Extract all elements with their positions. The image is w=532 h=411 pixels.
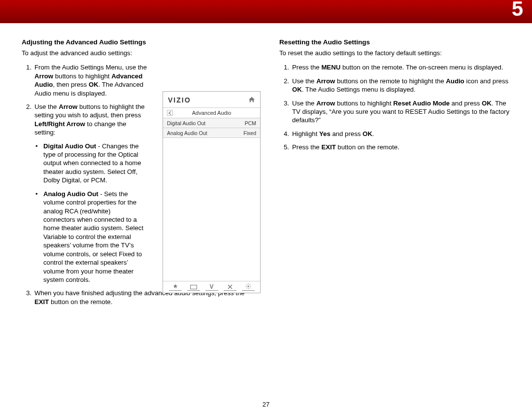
vizio-logo: VIZIO (168, 96, 191, 104)
list-item: Highlight Yes and press OK. (292, 130, 374, 137)
svg-line-7 (249, 288, 250, 289)
gear-icon (245, 282, 251, 291)
left-intro: To adjust the advanced audio settings: (22, 49, 255, 57)
right-column: Resetting the Audio Settings To reset th… (279, 38, 512, 311)
list-item: Digital Audio Out - Changes the type of … (43, 142, 141, 184)
svg-point-1 (247, 286, 249, 287)
star-icon (172, 282, 178, 291)
menu-title: Advanced Audio (167, 110, 256, 116)
right-step-list: 1.Press the MENU button on the remote. T… (279, 63, 512, 151)
menu-row: Analog Audio Out Fixed (163, 128, 260, 138)
page-number: 27 (0, 401, 532, 408)
list-item: Press the EXIT button on the remote. (292, 143, 399, 151)
menu-row-label: Digital Audio Out (167, 120, 205, 126)
right-heading: Resetting the Audio Settings (279, 38, 512, 47)
svg-line-9 (249, 284, 250, 285)
svg-rect-0 (190, 285, 197, 289)
osd-menu-illustration: VIZIO Advanced Audio Digital Audio Out P… (163, 91, 261, 293)
home-icon (248, 96, 255, 104)
left-heading: Adjusting the Advanced Audio Settings (22, 38, 255, 47)
menu-row-label: Analog Audio Out (167, 130, 207, 136)
wide-icon (190, 282, 197, 291)
menu-footer: V (163, 281, 260, 293)
chapter-number: 5 (512, 0, 523, 21)
list-item: Use the Arrow buttons to highlight the s… (34, 103, 145, 136)
list-item: Press the MENU button on the remote. The… (292, 64, 503, 71)
menu-row: Digital Audio Out PCM (163, 118, 260, 128)
chapter-header: 5 (0, 0, 532, 23)
list-item: Use the Arrow buttons to highlight Reset… (292, 100, 509, 124)
list-item: From the Audio Settings Menu, use the Ar… (34, 64, 147, 97)
menu-row-value: Fixed (243, 130, 256, 136)
menu-row-value: PCM (245, 120, 256, 126)
svg-line-6 (246, 284, 247, 285)
svg-line-8 (246, 288, 247, 289)
list-item: Use the Arrow buttons on the remote to h… (292, 77, 508, 93)
list-item: Analog Audio Out - Sets the volume contr… (43, 190, 143, 283)
right-intro: To reset the audio settings to the facto… (279, 49, 512, 57)
close-icon (228, 282, 233, 291)
v-icon: V (209, 283, 213, 290)
page-body: Adjusting the Advanced Audio Settings To… (0, 23, 532, 311)
